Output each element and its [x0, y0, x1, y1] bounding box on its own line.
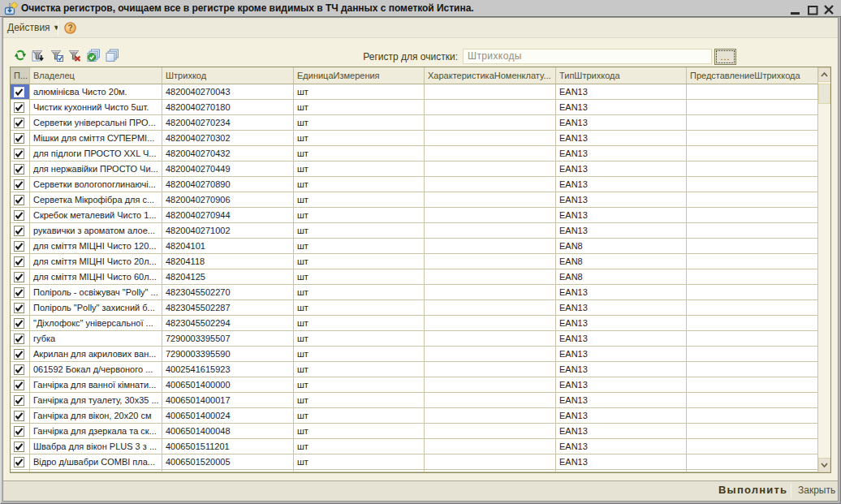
svg-text:?: ?: [67, 24, 72, 32]
